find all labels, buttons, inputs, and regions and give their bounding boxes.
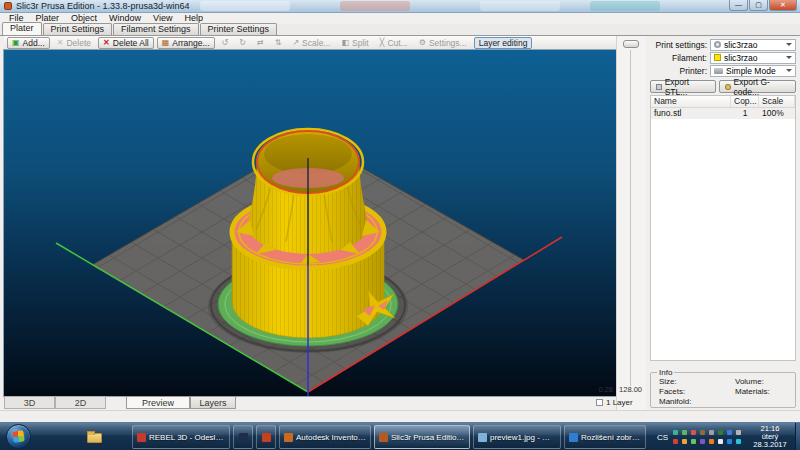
app-icon xyxy=(262,433,271,442)
single-layer-checkbox[interactable] xyxy=(596,399,603,406)
tab-filament-settings[interactable]: Filament Settings xyxy=(113,23,199,35)
printer-combo[interactable]: Simple Mode xyxy=(710,65,796,77)
aero-glass-blob xyxy=(200,1,290,11)
tab-plater[interactable]: Plater xyxy=(2,22,42,35)
mirror-v-button[interactable]: ⇅ xyxy=(271,37,286,49)
export-stl-button[interactable]: Export STL... xyxy=(650,80,716,93)
settings-button[interactable]: ⚙Settings... xyxy=(415,37,471,49)
settings-gear-icon: ⚙ xyxy=(419,39,426,47)
tray-icon[interactable] xyxy=(682,430,687,435)
chevron-down-icon xyxy=(786,56,792,62)
printer-label: Printer: xyxy=(650,66,710,76)
window-title: Slic3r Prusa Edition - 1.33.8-prusa3d-wi… xyxy=(16,1,190,11)
tray-icon[interactable] xyxy=(682,439,687,444)
split-icon: ◧ xyxy=(341,39,349,47)
tray-icon[interactable] xyxy=(736,430,741,435)
tray-icon[interactable] xyxy=(700,439,705,444)
object-list-table: Name Cop... Scale funo.stl 1 100% xyxy=(650,95,796,361)
clock[interactable]: 21:16 úterý 28.3.2017 xyxy=(748,425,792,449)
filament-combo[interactable]: slic3rzao xyxy=(710,52,796,64)
aero-glass-blob xyxy=(590,1,660,11)
mirror-h-button[interactable]: ⇄ xyxy=(253,37,268,49)
table-row[interactable]: funo.stl 1 100% xyxy=(651,108,795,119)
printer-value: Simple Mode xyxy=(726,66,776,76)
cut-icon: ╳ xyxy=(380,39,385,47)
task-button-area: REBEL 3D - Odeslat o... Autodesk Invento… xyxy=(132,425,646,449)
delete-all-icon: ✕ xyxy=(103,39,110,47)
tray-icon[interactable] xyxy=(700,430,705,435)
export-gcode-button[interactable]: Export G-code... xyxy=(719,80,796,93)
arrange-button[interactable]: ▦Arrange... xyxy=(157,37,215,49)
filament-value: slic3rzao xyxy=(724,53,758,63)
info-box: Info Size: Facets: Manifold: Volume: Mat… xyxy=(650,372,796,408)
tray-icon[interactable] xyxy=(718,439,723,444)
tray-icon[interactable] xyxy=(691,439,696,444)
tab-print-settings[interactable]: Print Settings xyxy=(43,23,113,35)
add-button[interactable]: ▣Add... xyxy=(7,37,50,49)
tray-icon[interactable] xyxy=(673,439,678,444)
tray-icon[interactable] xyxy=(727,439,732,444)
layer-slider-strip xyxy=(616,36,646,410)
arrange-icon: ▦ xyxy=(162,39,170,47)
tab-2d[interactable]: 2D xyxy=(55,396,106,409)
chevron-down-icon xyxy=(786,43,792,49)
close-button[interactable]: ✕ xyxy=(769,0,797,11)
print-settings-combo[interactable]: slic3rzao xyxy=(710,39,796,51)
filament-color-swatch xyxy=(714,54,721,61)
delete-button[interactable]: ✕Delete xyxy=(53,37,95,49)
taskbar-button-icon-2[interactable] xyxy=(256,425,276,449)
tray-icon[interactable] xyxy=(709,430,714,435)
tab-3d[interactable]: 3D xyxy=(4,396,55,409)
taskbar-button-rebel[interactable]: REBEL 3D - Odeslat o... xyxy=(132,425,230,449)
taskbar-button-icon-1[interactable] xyxy=(233,425,253,449)
scale-button[interactable]: ↗Scale... xyxy=(288,37,334,49)
taskbar-button-paint[interactable]: preview1.jpg - Malov... xyxy=(473,425,561,449)
tray-icon[interactable] xyxy=(736,439,741,444)
column-name[interactable]: Name xyxy=(651,96,731,107)
settings-tab-row: Plater Print Settings Filament Settings … xyxy=(0,24,800,36)
taskbar-button-slic3r[interactable]: Slic3r Prusa Edition - ... xyxy=(374,425,470,449)
explorer-pinned-button[interactable] xyxy=(84,426,106,448)
maximize-button[interactable]: ▢ xyxy=(749,0,768,11)
cut-button[interactable]: ╳Cut... xyxy=(376,37,412,49)
tray-icon-grid xyxy=(673,429,743,446)
start-button[interactable] xyxy=(6,424,31,449)
tray-icon[interactable] xyxy=(727,430,732,435)
delete-all-button[interactable]: ✕Delete All xyxy=(98,37,154,49)
app-icon xyxy=(239,433,248,442)
rotate-cw-icon: ↻ xyxy=(239,39,246,47)
tab-layers[interactable]: Layers xyxy=(190,396,236,409)
mail-app-icon xyxy=(137,433,146,442)
layer-slider-handle[interactable] xyxy=(623,40,639,48)
column-scale[interactable]: Scale xyxy=(759,96,795,107)
tray-icon[interactable] xyxy=(673,430,678,435)
layer-height-range: 0.28128.00 xyxy=(576,385,642,394)
viewport-3d[interactable] xyxy=(4,50,616,396)
tray-icon[interactable] xyxy=(691,430,696,435)
rotate-cw-button[interactable]: ↻ xyxy=(235,37,250,49)
add-icon: ▣ xyxy=(12,39,20,47)
taskbar-button-inventor[interactable]: Autodesk Inventor Pr... xyxy=(279,425,371,449)
show-desktop-button[interactable] xyxy=(795,423,800,450)
info-box-title: Info xyxy=(657,368,674,377)
rotate-ccw-button[interactable]: ↺ xyxy=(218,37,233,49)
info-facets-label: Facets: xyxy=(659,387,691,397)
slic3r-app-icon xyxy=(4,2,12,10)
layer-editing-button[interactable]: Layer editing xyxy=(474,37,533,49)
print-settings-value: slic3rzao xyxy=(724,40,758,50)
object-copies-cell: 1 xyxy=(731,108,759,119)
split-button[interactable]: ◧Split xyxy=(337,37,372,49)
paint-app-icon xyxy=(478,433,487,442)
tab-preview[interactable]: Preview xyxy=(126,396,190,409)
column-copies[interactable]: Cop... xyxy=(731,96,759,107)
tab-printer-settings[interactable]: Printer Settings xyxy=(200,23,278,35)
taskbar-button-display-settings[interactable]: Rozlišení zobrazení xyxy=(564,425,646,449)
tray-icon[interactable] xyxy=(718,430,723,435)
tray-icon[interactable] xyxy=(709,439,714,444)
monitor-icon xyxy=(569,433,578,442)
plater-toolbar: ▣Add... ✕Delete ✕Delete All ▦Arrange... … xyxy=(4,36,616,50)
minimize-button[interactable]: — xyxy=(729,0,748,11)
printer-icon xyxy=(714,68,723,74)
language-indicator[interactable]: CS xyxy=(657,433,668,442)
info-materials-label: Materials: xyxy=(735,387,770,397)
